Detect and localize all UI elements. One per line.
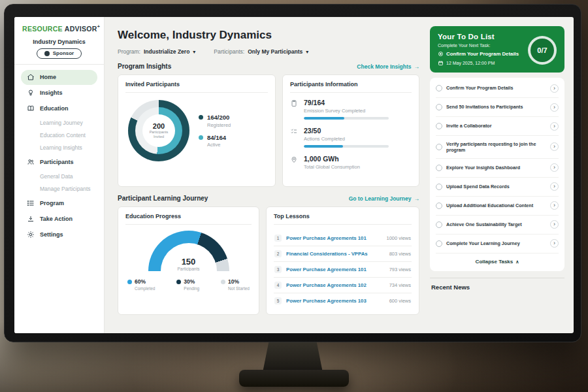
invited-participants-card: Invited Participants 200 Participants In… — [118, 74, 276, 187]
lesson-row[interactable]: 2 Financial Considerations - VPPAs 803 v… — [274, 246, 412, 262]
task-label: Upload Additional Educational Content — [446, 203, 546, 208]
sponsor-badge-icon — [44, 51, 50, 56]
lesson-link[interactable]: Power Purchase Agreements 101 — [286, 235, 382, 241]
chevron-right-icon[interactable]: › — [550, 142, 559, 151]
lesson-rank: 3 — [274, 266, 282, 273]
stat-label: Emission Survey Completed — [304, 108, 389, 114]
stat-value: 1,000 GWh — [304, 155, 360, 163]
chevron-right-icon[interactable]: › — [550, 201, 559, 210]
sponsor-badge[interactable]: Sponsor — [37, 48, 82, 59]
sidebar-item-learning-journey[interactable]: Learning Journey — [21, 117, 97, 129]
sidebar-item-program[interactable]: Program — [21, 196, 97, 211]
sidebar-item-settings[interactable]: Settings — [21, 227, 97, 242]
logo-primary: RESOURCE — [22, 25, 63, 33]
task-item[interactable]: Complete Your Learning Journey › — [436, 235, 559, 253]
legend-item-active: 84/164 Active — [199, 134, 231, 148]
filter-bar: Program: Industrialize Zero ▾ Participan… — [118, 48, 419, 55]
task-checkbox[interactable] — [436, 221, 442, 228]
task-label: Send 50 Invitations to Participants — [446, 104, 546, 110]
lesson-rank: 5 — [274, 297, 282, 304]
task-label: Confirm Your Program Details — [446, 85, 546, 91]
todo-due-date-label: 12 May 2025, 12:00 PM — [446, 61, 495, 65]
chevron-right-icon[interactable]: › — [550, 220, 559, 229]
chevron-right-icon[interactable]: › — [550, 122, 559, 131]
lesson-row[interactable]: 3 Power Purchase Agreements 101 793 view… — [274, 262, 412, 278]
chevron-right-icon[interactable]: › — [550, 103, 559, 112]
lesson-row[interactable]: 5 Power Purchase Agreements 103 600 view… — [274, 293, 412, 308]
chevron-right-icon[interactable]: › — [550, 84, 559, 93]
program-filter[interactable]: Program: Industrialize Zero ▾ — [118, 48, 195, 55]
task-checkbox[interactable] — [436, 123, 442, 129]
chevron-up-icon: ∧ — [515, 259, 519, 264]
insights-cards-row: Invited Participants 200 Participants In… — [118, 74, 419, 187]
task-item[interactable]: Confirm Your Program Details › — [436, 79, 559, 98]
program-filter-value: Industrialize Zero — [144, 48, 189, 55]
sidebar-item-learning-insights[interactable]: Learning Insights — [21, 142, 97, 154]
section-title: Program Insights — [118, 63, 171, 70]
task-item[interactable]: Invite a Collaborator › — [436, 117, 559, 136]
list-icon — [27, 199, 35, 207]
participants-filter[interactable]: Participants: Only My Participants ▾ — [214, 48, 308, 55]
task-item[interactable]: Upload Spend Data Records › — [436, 178, 559, 197]
lesson-link[interactable]: Power Purchase Agreements 101 — [286, 267, 385, 272]
chevron-down-icon[interactable]: ▾ — [306, 49, 308, 55]
go-to-learning-journey-link[interactable]: Go to Learning Journey → — [349, 195, 419, 202]
sidebar-item-label: Home — [40, 74, 56, 80]
task-item[interactable]: Explore Your Insights Dashboard › — [436, 159, 559, 178]
sidebar-item-participants[interactable]: Participants — [21, 155, 97, 170]
download-icon — [27, 215, 35, 223]
task-label: Verify participants requesting to join t… — [446, 141, 546, 154]
sidebar-item-insights[interactable]: Insights — [21, 86, 97, 101]
chevron-right-icon[interactable]: › — [550, 182, 559, 191]
chevron-down-icon[interactable]: ▾ — [193, 49, 195, 55]
task-label: Achieve One Sustainability Target — [446, 221, 546, 227]
gauge-center-value: 150 — [148, 257, 229, 267]
task-item[interactable]: Achieve One Sustainability Target › — [436, 216, 559, 235]
sidebar-item-education[interactable]: Education — [21, 101, 97, 116]
lesson-row[interactable]: 4 Power Purchase Agreements 102 734 view… — [274, 278, 412, 293]
sidebar-item-home[interactable]: Home — [21, 70, 97, 85]
lesson-link[interactable]: Power Purchase Agreements 102 — [286, 282, 385, 288]
task-item[interactable]: Verify participants requesting to join t… — [436, 136, 559, 159]
progress-bar-fill — [304, 117, 344, 120]
task-checkbox[interactable] — [436, 240, 442, 247]
task-checkbox[interactable] — [436, 184, 442, 190]
task-checkbox[interactable] — [436, 165, 442, 171]
sidebar-item-general-data[interactable]: General Data — [21, 171, 97, 183]
chevron-right-icon[interactable]: › — [550, 239, 559, 248]
education-gauge-wrap: 150 Participants — [148, 231, 229, 271]
program-filter-label: Program: — [118, 48, 140, 55]
todo-next-task-label: Confirm Your Program Details — [446, 51, 519, 57]
task-checkbox[interactable] — [436, 85, 442, 91]
task-item[interactable]: Upload Additional Educational Content › — [436, 197, 559, 216]
stat-value: 79/164 — [304, 99, 389, 106]
check-more-insights-link[interactable]: Check More Insights → — [357, 63, 419, 70]
stat-actions-completed: 23/50 Actions Completed — [290, 127, 412, 148]
card-title: Participants Information — [290, 81, 412, 93]
stat-global-consumption: 1,000 GWh Total Global Consumption — [290, 155, 412, 173]
arrow-right-icon: → — [414, 195, 420, 202]
participants-filter-value: Only My Participants — [248, 48, 302, 55]
donut-center-label: Participants Invited — [147, 130, 171, 139]
task-checkbox[interactable] — [436, 104, 442, 110]
lesson-views: 803 views — [389, 251, 411, 257]
task-label: Upload Spend Data Records — [446, 184, 546, 189]
sidebar-item-take-action[interactable]: Take Action — [21, 212, 97, 227]
monitor-stand-neck — [263, 342, 323, 372]
page-title: Welcome, Industry Dynamics — [118, 29, 419, 42]
sidebar: RESOURCE ADVISOR+ Industry Dynamics Spon… — [14, 17, 105, 333]
sidebar-item-education-content[interactable]: Education Content — [21, 129, 97, 142]
stat-emission-survey: 79/164 Emission Survey Completed — [290, 99, 412, 120]
legend-label: Completed — [135, 286, 155, 291]
lesson-row[interactable]: 1 Power Purchase Agreements 101 1000 vie… — [274, 231, 412, 246]
task-checkbox[interactable] — [436, 203, 442, 209]
task-checkbox[interactable] — [436, 144, 442, 150]
collapse-tasks-button[interactable]: Collapse Tasks∧ — [436, 253, 559, 269]
sidebar-item-manage-participants[interactable]: Manage Participants — [21, 183, 97, 195]
lesson-link[interactable]: Financial Considerations - VPPAs — [286, 251, 385, 257]
lesson-link[interactable]: Power Purchase Agreements 103 — [286, 298, 385, 304]
task-item[interactable]: Send 50 Invitations to Participants › — [436, 98, 559, 117]
education-legend: 60% Completed 30% Pending 10% Not Starte… — [125, 278, 252, 291]
task-label: Explore Your Insights Dashboard — [446, 165, 546, 171]
chevron-right-icon[interactable]: › — [550, 163, 559, 172]
